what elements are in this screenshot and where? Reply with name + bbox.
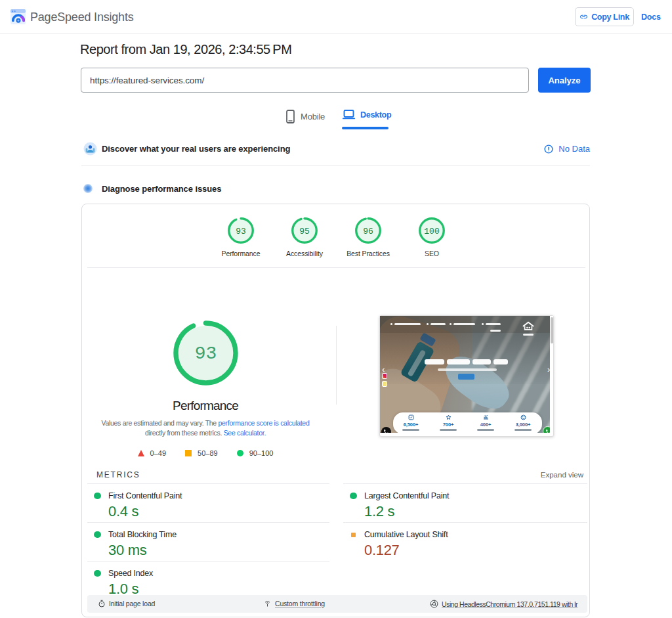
svg-text:93: 93 <box>195 343 217 364</box>
svg-text:96: 96 <box>363 227 373 236</box>
svg-text:95: 95 <box>299 227 310 236</box>
svg-text:100: 100 <box>424 227 439 236</box>
svg-text:93: 93 <box>236 227 246 236</box>
